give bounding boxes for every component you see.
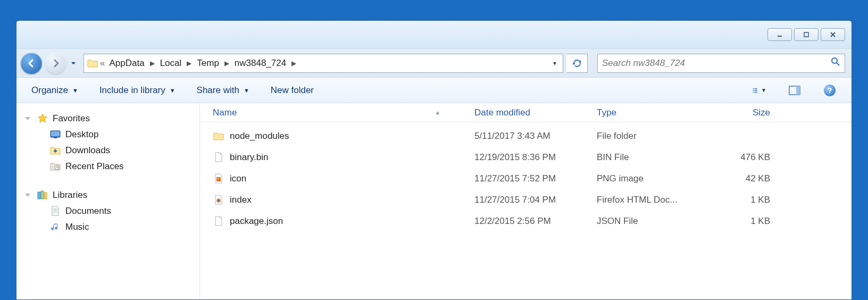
- column-size[interactable]: Size: [713, 107, 777, 118]
- file-list-pane: Name ▲ Date modified Type Size node_modu…: [200, 103, 852, 299]
- svg-point-27: [218, 199, 220, 202]
- sort-indicator-icon: ▲: [435, 110, 440, 115]
- address-bar[interactable]: « AppData ▶ Local ▶ Temp ▶ nw3848_724 ▶ …: [84, 54, 563, 73]
- navbar: « AppData ▶ Local ▶ Temp ▶ nw3848_724 ▶ …: [16, 49, 852, 78]
- file-name: node_modules: [230, 131, 289, 141]
- organize-label: Organize: [31, 85, 68, 96]
- svg-rect-10: [753, 91, 754, 93]
- favorites-label: Favorites: [53, 113, 90, 124]
- preview-pane-button[interactable]: [788, 84, 802, 97]
- svg-rect-19: [41, 191, 44, 199]
- history-dropdown[interactable]: [70, 60, 77, 67]
- file-row[interactable]: package.json12/2/2015 2:56 PMJSON File1 …: [200, 211, 852, 232]
- file-row[interactable]: binary.bin12/19/2015 8:36 PMBIN File476 …: [200, 147, 852, 168]
- chevron-down-icon: ▼: [244, 87, 249, 94]
- sidebar-item-downloads[interactable]: Downloads: [16, 143, 199, 159]
- file-size: 1 KB: [713, 216, 777, 227]
- new-folder-button[interactable]: New folder: [271, 85, 314, 96]
- breadcrumb-appdata[interactable]: AppData: [106, 58, 147, 69]
- file-size: 476 KB: [713, 152, 777, 163]
- chevron-right-icon[interactable]: ▶: [148, 60, 157, 67]
- file-row[interactable]: node_modules5/11/2017 3:43 AMFile folder: [200, 126, 852, 147]
- sidebar-item-label: Downloads: [65, 145, 110, 156]
- svg-rect-1: [804, 32, 808, 37]
- sidebar-item-label: Recent Places: [65, 161, 124, 172]
- column-name[interactable]: Name ▲: [200, 107, 468, 118]
- search-input[interactable]: [602, 58, 831, 69]
- breadcrumb-prefix: «: [100, 58, 105, 69]
- chevron-down-icon: ▼: [170, 87, 176, 94]
- forward-button[interactable]: [45, 53, 66, 74]
- svg-line-5: [837, 63, 839, 65]
- breadcrumb-local[interactable]: Local: [157, 58, 185, 69]
- file-name: icon: [230, 173, 246, 184]
- chevron-right-icon[interactable]: ▶: [185, 60, 194, 67]
- help-button[interactable]: ?: [823, 84, 837, 97]
- sidebar-item-music[interactable]: Music: [16, 219, 199, 235]
- blank-icon: [213, 215, 224, 227]
- chevron-right-icon[interactable]: ▶: [289, 60, 298, 67]
- sidebar-item-label: Desktop: [65, 129, 98, 140]
- blank-icon: [213, 152, 224, 163]
- svg-rect-7: [754, 88, 757, 89]
- sidebar-item-label: Documents: [65, 206, 111, 216]
- column-date[interactable]: Date modified: [468, 107, 590, 118]
- svg-point-4: [832, 58, 837, 63]
- file-type: JSON File: [590, 216, 713, 227]
- file-type: Firefox HTML Doc...: [590, 195, 713, 205]
- newfolder-label: New folder: [271, 85, 314, 96]
- file-size: 1 KB: [713, 195, 777, 205]
- file-type: BIN File: [590, 152, 713, 163]
- svg-rect-18: [38, 192, 40, 199]
- sidebar-item-recent[interactable]: Recent Places: [16, 159, 199, 174]
- folder-icon: [213, 130, 224, 142]
- svg-rect-9: [754, 90, 757, 91]
- toolbar: Organize ▼ Include in library ▼ Share wi…: [16, 78, 852, 103]
- downloads-icon: [49, 145, 61, 156]
- file-type: File folder: [590, 131, 713, 141]
- breadcrumb-temp[interactable]: Temp: [194, 58, 222, 69]
- star-icon: [37, 113, 48, 124]
- svg-rect-6: [753, 88, 754, 89]
- sidebar-favorites-header[interactable]: Favorites: [16, 111, 199, 127]
- column-type[interactable]: Type: [590, 107, 713, 118]
- recent-icon: [49, 161, 61, 172]
- sidebar-libraries-header[interactable]: Libraries: [16, 187, 199, 203]
- share-menu[interactable]: Share with ▼: [197, 85, 249, 96]
- file-date: 12/19/2015 8:36 PM: [468, 152, 590, 163]
- file-size: 42 KB: [713, 173, 777, 184]
- search-icon[interactable]: [831, 57, 840, 69]
- search-box[interactable]: [597, 54, 845, 73]
- file-row[interactable]: icon11/27/2015 7:52 PMPNG image42 KB: [200, 168, 852, 189]
- folder-icon: [86, 57, 99, 69]
- maximize-button[interactable]: [794, 28, 819, 41]
- chevron-right-icon[interactable]: ▶: [222, 60, 231, 67]
- file-type: PNG image: [590, 173, 713, 184]
- back-button[interactable]: [21, 53, 42, 74]
- sidebar-item-documents[interactable]: Documents: [16, 203, 199, 219]
- share-label: Share with: [197, 85, 239, 96]
- sidebar-item-desktop[interactable]: Desktop: [16, 127, 199, 143]
- svg-rect-16: [54, 137, 57, 138]
- svg-rect-8: [753, 90, 754, 91]
- libraries-label: Libraries: [53, 190, 87, 201]
- file-rows: node_modules5/11/2017 3:43 AMFile folder…: [200, 122, 852, 232]
- file-row[interactable]: index11/27/2015 7:04 PMFirefox HTML Doc.…: [200, 189, 852, 211]
- minimize-button[interactable]: [767, 28, 792, 41]
- include-library-menu[interactable]: Include in library ▼: [99, 85, 176, 96]
- png-icon: [213, 173, 224, 185]
- refresh-button[interactable]: [566, 54, 588, 73]
- file-date: 12/2/2015 2:56 PM: [468, 216, 590, 227]
- chevron-down-icon: ▼: [761, 87, 766, 93]
- address-dropdown[interactable]: ▾: [549, 60, 561, 67]
- music-icon: [49, 221, 61, 233]
- organize-menu[interactable]: Organize ▼: [31, 85, 78, 96]
- content-area: Favorites Desktop Downloads Recent Place…: [16, 103, 852, 299]
- titlebar: [16, 21, 852, 49]
- view-options-button[interactable]: ▼: [753, 84, 766, 97]
- sidebar-item-label: Music: [65, 222, 89, 232]
- breadcrumb-current[interactable]: nw3848_724: [231, 58, 289, 69]
- html-icon: [213, 194, 224, 206]
- navigation-pane: Favorites Desktop Downloads Recent Place…: [16, 103, 200, 299]
- close-button[interactable]: [821, 28, 845, 41]
